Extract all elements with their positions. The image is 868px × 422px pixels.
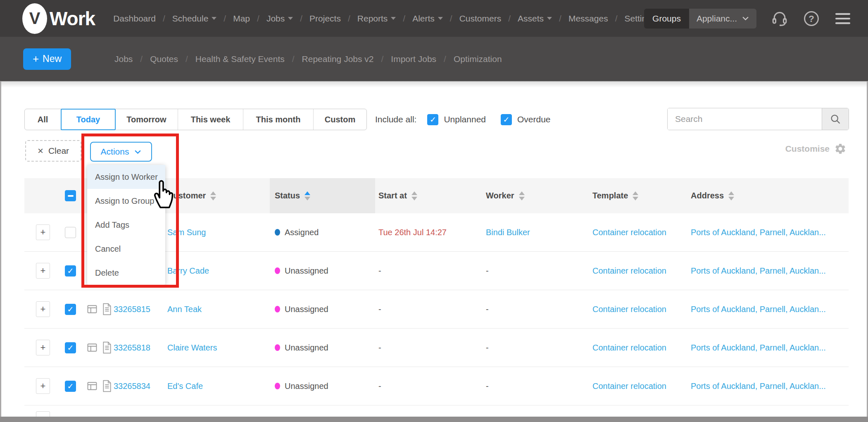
column-header[interactable]: Template	[588, 178, 687, 213]
top-nav-item[interactable]: Alerts	[412, 14, 443, 24]
address-link[interactable]: Ports of Auckland, Parnell, Aucklan...	[691, 305, 826, 314]
date-filter-tab[interactable]: This month	[243, 109, 314, 130]
sub-nav-item[interactable]: Optimization	[454, 54, 502, 64]
document-icon[interactable]	[102, 303, 112, 315]
row-checkbox[interactable]	[65, 342, 76, 353]
top-nav-item[interactable]: Map	[233, 14, 250, 24]
plus-icon: +	[33, 52, 39, 65]
select-all-checkbox[interactable]	[65, 190, 76, 201]
address-link[interactable]: Ports of Auckland, Parnell, Aucklan...	[691, 343, 826, 353]
top-nav-item[interactable]: Dashboard	[113, 14, 156, 24]
top-nav-item[interactable]: Customers	[459, 14, 502, 24]
job-id-link[interactable]: 33265818	[114, 343, 150, 353]
row-expander-button[interactable]: +	[36, 340, 50, 355]
start-at-text: -	[378, 343, 381, 353]
row-expander-button[interactable]: +	[36, 301, 50, 317]
separator-slash: /	[559, 14, 561, 24]
checkbox[interactable]	[501, 114, 512, 125]
sub-nav-item[interactable]: Health & Safety Events	[195, 54, 285, 64]
date-filter-tab[interactable]: Custom	[314, 109, 366, 130]
row-expander-button[interactable]: +	[36, 378, 50, 394]
menu-item[interactable]: Assign to Worker	[87, 165, 165, 189]
sub-nav-item[interactable]: Repeating Jobs v2	[302, 54, 374, 64]
help-icon[interactable]: ?	[803, 10, 820, 27]
expander-header-cell	[24, 178, 62, 213]
caret-down-icon	[547, 17, 552, 20]
sub-nav-item[interactable]: Quotes	[150, 54, 178, 64]
row-expander-button[interactable]: +	[36, 224, 50, 240]
job-id-link[interactable]: 33265834	[114, 381, 150, 391]
top-nav-item[interactable]: Reports	[357, 14, 396, 24]
search-input[interactable]	[668, 108, 822, 130]
top-nav-item[interactable]: Messages	[568, 14, 608, 24]
customer-link[interactable]: Barry Cade	[167, 266, 209, 276]
template-link[interactable]: Container relocation	[592, 266, 666, 276]
close-icon: ×	[38, 145, 43, 157]
column-header[interactable]: Address	[687, 178, 849, 213]
address-link[interactable]: Ports of Auckland, Parnell, Aucklan...	[691, 228, 826, 237]
worker-link: -	[486, 266, 489, 276]
form-icon[interactable]	[86, 303, 98, 315]
caret-down-icon	[288, 17, 293, 20]
customer-link[interactable]: Sam Sung	[167, 228, 206, 237]
customer-link[interactable]: Ed's Cafe	[167, 381, 203, 391]
clear-button[interactable]: × Clear	[25, 140, 81, 162]
date-filter-tab[interactable]: All	[25, 109, 61, 130]
customer-link[interactable]: Claire Waters	[167, 343, 217, 353]
document-icon[interactable]	[102, 341, 112, 354]
template-link[interactable]: Container relocation	[592, 381, 666, 391]
sort-icon	[210, 191, 216, 200]
top-nav-item[interactable]: Projects	[309, 14, 341, 24]
menu-hamburger-icon[interactable]	[834, 12, 851, 25]
checkbox[interactable]	[427, 114, 438, 125]
job-id-link[interactable]: 33265815	[114, 305, 150, 314]
include-checkbox[interactable]: Overdue	[501, 114, 551, 125]
svg-text:?: ?	[809, 13, 814, 24]
sub-nav-item[interactable]: Import Jobs	[391, 54, 436, 64]
row-checkbox[interactable]	[65, 381, 76, 392]
date-filter-tab[interactable]: This week	[178, 109, 243, 130]
actions-button[interactable]: Actions	[90, 142, 152, 162]
column-header[interactable]: Worker	[483, 178, 588, 213]
address-link[interactable]: Ports of Auckland, Parnell, Aucklan...	[691, 266, 826, 276]
column-header[interactable]: Start at	[375, 178, 483, 213]
customer-link[interactable]: Ann Teak	[167, 305, 202, 314]
account-dropdown[interactable]: Applianc...	[689, 9, 756, 29]
menu-item[interactable]: Assign to Group	[87, 189, 165, 213]
menu-item[interactable]: Cancel	[87, 237, 165, 261]
date-filter-tab[interactable]: Tomorrow	[115, 109, 178, 130]
worker-link[interactable]: Bindi Bulker	[486, 228, 530, 237]
menu-item[interactable]: Add Tags	[87, 213, 165, 237]
new-button[interactable]: + New	[23, 48, 71, 70]
customise-button[interactable]: Customise	[785, 143, 847, 155]
status-dot	[275, 344, 280, 351]
vwork-logo[interactable]: V Work	[22, 3, 95, 34]
form-icon[interactable]	[86, 380, 98, 392]
template-link[interactable]: Container relocation	[592, 343, 666, 353]
search-button[interactable]	[822, 108, 849, 130]
template-link[interactable]: Container relocation	[592, 228, 666, 237]
form-icon[interactable]	[86, 342, 98, 353]
date-filter-tab[interactable]: Today	[61, 109, 116, 130]
column-header[interactable]: Status	[270, 178, 375, 213]
status-text: Assigned	[285, 228, 319, 237]
status-dot	[275, 383, 280, 389]
support-headset-icon[interactable]	[770, 10, 789, 28]
row-checkbox[interactable]	[65, 227, 76, 238]
column-header[interactable]: Customer	[164, 178, 270, 213]
menu-item[interactable]: Delete	[87, 261, 165, 285]
top-nav-item[interactable]: Assets	[518, 14, 552, 24]
address-link[interactable]: Ports of Auckland, Parnell, Aucklan...	[691, 381, 826, 391]
sub-nav-item[interactable]: Jobs	[114, 54, 133, 64]
row-expander-button[interactable]: +	[36, 263, 50, 279]
top-nav-item[interactable]: Schedule	[172, 14, 217, 24]
template-link[interactable]: Container relocation	[592, 305, 666, 314]
document-icon[interactable]	[102, 380, 112, 392]
row-checkbox[interactable]	[65, 304, 76, 315]
bottom-scrollbar[interactable]	[0, 417, 868, 422]
worker-link: -	[486, 343, 489, 353]
row-checkbox[interactable]	[65, 265, 76, 277]
top-nav-item[interactable]: Jobs	[266, 14, 293, 24]
include-checkbox[interactable]: Unplanned	[427, 114, 486, 125]
groups-button[interactable]: Groups	[644, 9, 689, 29]
